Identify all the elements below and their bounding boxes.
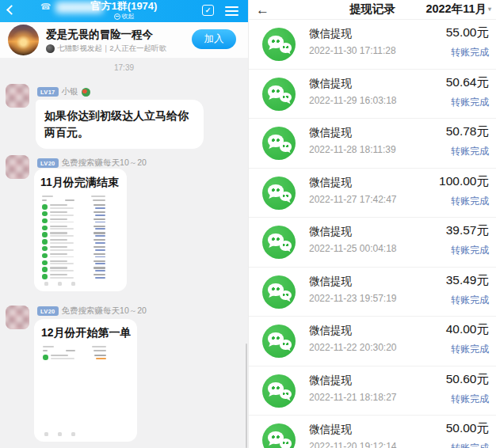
withdrawal-title: 微信提现 (309, 176, 352, 190)
avatar[interactable] (6, 306, 29, 329)
withdrawal-amount: 50.60元 (446, 371, 489, 388)
thumbnail-row (42, 232, 105, 239)
thumbnail-row (42, 260, 105, 268)
sender-name: 小银 (62, 86, 78, 97)
withdrawal-datetime: 2022-11-28 18:11:39 (309, 144, 396, 155)
card-title: 12月份开始第一单 (41, 326, 131, 340)
scrollbar[interactable] (246, 344, 248, 448)
withdrawal-header: ← 提现记录 2022年11月 ▾ (249, 0, 496, 20)
collapse-label: 收起 (122, 12, 135, 21)
withdrawal-amount: 50.78元 (446, 123, 489, 140)
withdrawal-row[interactable]: 微信提现 2022-11-25 00:04:18 39.57元 转账完成 (249, 218, 496, 268)
wechat-icon (262, 226, 296, 259)
withdrawal-amount: 100.00元 (439, 173, 489, 190)
wechat-icon (262, 127, 296, 160)
thumbnail-row (42, 239, 105, 246)
wechat-icon (262, 28, 296, 61)
screenshot-thumbnail (43, 346, 106, 362)
withdrawal-title: 微信提现 (309, 225, 352, 239)
image-message-card[interactable]: 12月份开始第一单 (34, 319, 137, 442)
withdrawal-status: 转账完成 (451, 294, 489, 307)
withdrawal-title: 微信提现 (309, 27, 352, 41)
level-badge: LV17 (37, 87, 59, 97)
thumbnail-row (43, 355, 106, 362)
screen: ☎ 官方1群(1974) 收起 ✓ 爱是无畏的冒险一程今 七猫影视发起｜2人正在… (0, 0, 496, 448)
withdrawal-status: 转账完成 (451, 343, 489, 356)
banner-subtitle: 七猫影视发起｜2人正在一起听歌 (57, 44, 166, 54)
menu-icon[interactable] (225, 6, 238, 16)
level-badge: LV20 (37, 306, 59, 316)
wechat-icon (262, 78, 296, 111)
thumbnail-row (42, 204, 105, 211)
withdrawal-title: 微信提现 (309, 275, 352, 289)
withdrawal-status: 转账完成 (451, 46, 489, 59)
withdrawal-amount: 39.57元 (446, 222, 489, 239)
avatar[interactable] (6, 84, 29, 108)
screenshot-thumbnail (42, 196, 105, 281)
withdrawal-row[interactable]: 微信提现 2022-11-21 18:18:27 50.60元 转账完成 (249, 366, 496, 416)
card-title: 11月份完满结束 (40, 176, 122, 190)
image-message-card[interactable]: 11月份完满结束 (34, 169, 127, 291)
level-badge: LV20 (37, 158, 59, 168)
banner-avatar (8, 25, 39, 55)
sender-name: 免费搜索赚每天10～20 (62, 158, 147, 169)
banner-subtitle-row: 七猫影视发起｜2人正在一起听歌 (46, 44, 166, 54)
withdrawal-datetime: 2022-11-20 19:12:14 (309, 441, 397, 448)
withdrawal-row[interactable]: 微信提现 2022-11-29 16:03:18 50.64元 转账完成 (249, 70, 496, 120)
avatar[interactable] (6, 155, 29, 179)
period-selector[interactable]: 2022年11月 ▾ (425, 2, 491, 17)
withdrawal-datetime: 2022-11-30 17:11:28 (309, 45, 396, 56)
thumbnail-rows (43, 355, 106, 362)
withdrawal-title: 微信提现 (309, 324, 352, 338)
listen-together-banner: 爱是无畏的冒险一程今 七猫影视发起｜2人正在一起听歌 加入 (0, 22, 248, 58)
thumbnail-row (42, 246, 105, 253)
calendar-check-icon[interactable]: ✓ (202, 5, 214, 16)
thumbnail-row (42, 253, 105, 260)
wechat-icon (262, 275, 296, 309)
wechat-icon (262, 325, 296, 358)
wechat-icon (262, 374, 296, 408)
withdrawal-row[interactable]: 微信提现 2022-11-28 18:11:39 50.78元 转账完成 (249, 119, 496, 169)
collapse-icon (114, 13, 120, 20)
withdrawal-title: 微信提现 (309, 77, 352, 91)
qq-navbar: ☎ 官方1群(1974) 收起 ✓ (0, 0, 248, 22)
withdrawal-amount: 40.00元 (446, 321, 489, 338)
join-button[interactable]: 加入 (192, 29, 236, 49)
message-bubble: 如果你达到初级达人立马给你两百元。 (36, 100, 204, 149)
sender-row: LV17 小银 (37, 86, 90, 97)
wechat-icon (262, 423, 296, 448)
withdrawal-status: 转账完成 (451, 442, 489, 448)
withdrawal-panel: ← 提现记录 2022年11月 ▾ 微信提现 2022-11-30 17:11:… (248, 0, 496, 448)
withdrawal-datetime: 2022-11-25 00:04:18 (309, 243, 397, 254)
period-label: 2022年11月 (425, 2, 486, 17)
withdrawal-row[interactable]: 微信提现 2022-11-27 17:42:47 100.00元 转账完成 (249, 169, 496, 218)
withdrawal-row[interactable]: 微信提现 2022-11-20 19:12:14 50.00元 转账完成 (249, 416, 496, 448)
withdrawal-row[interactable]: 微信提现 2022-11-22 20:30:20 40.00元 转账完成 (249, 317, 496, 366)
thumbnail-row (42, 274, 105, 281)
withdrawal-amount: 50.64元 (446, 74, 489, 91)
thumbnail-row (42, 218, 105, 226)
wechat-icon (262, 177, 296, 210)
sender-row: LV20 免费搜索赚每天10～20 (37, 306, 147, 317)
withdrawal-status: 转账完成 (451, 195, 489, 208)
withdrawal-row[interactable]: 微信提现 2022-11-30 17:11:28 55.00元 转账完成 (249, 20, 496, 70)
withdrawal-title: 微信提现 (309, 126, 352, 140)
withdrawal-datetime: 2022-11-23 19:57:19 (309, 293, 397, 304)
withdrawal-row[interactable]: 微信提现 2022-11-23 19:57:19 35.49元 转账完成 (249, 268, 496, 317)
withdrawal-title: 微信提现 (309, 423, 352, 437)
host-avatar (46, 44, 55, 53)
thumbnail-rows (42, 204, 105, 281)
thumbnail-row (42, 226, 105, 233)
withdrawal-status: 转账完成 (451, 393, 489, 406)
thumbnail-row (42, 211, 105, 218)
withdrawal-title: 微信提现 (309, 374, 352, 388)
withdrawal-amount: 55.00元 (446, 25, 489, 41)
withdrawal-datetime: 2022-11-29 16:03:18 (309, 95, 397, 106)
withdrawal-status: 转账完成 (451, 96, 489, 109)
withdrawal-list: 微信提现 2022-11-30 17:11:28 55.00元 转账完成 微信提… (249, 20, 496, 448)
qq-chat-panel: ☎ 官方1群(1974) 收起 ✓ 爱是无畏的冒险一程今 七猫影视发起｜2人正在… (0, 0, 248, 448)
withdrawal-amount: 35.49元 (446, 272, 489, 289)
chevron-down-icon: ▾ (488, 6, 491, 13)
withdrawal-datetime: 2022-11-21 18:18:27 (309, 392, 397, 403)
withdrawal-status: 转账完成 (451, 244, 489, 257)
